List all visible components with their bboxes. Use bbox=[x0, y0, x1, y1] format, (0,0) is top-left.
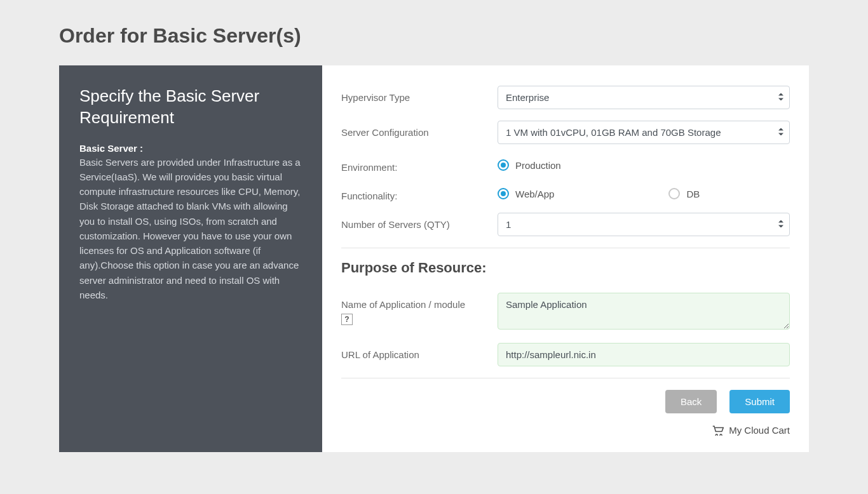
row-quantity: Number of Servers (QTY) 1 bbox=[341, 213, 790, 236]
server-config-select[interactable]: 1 VM with 01vCPU, 01GB RAM and 70GB Stor… bbox=[498, 121, 790, 144]
sidebar-subhead: Basic Server : bbox=[79, 143, 302, 154]
page-title: Order for Basic Server(s) bbox=[59, 24, 809, 48]
quantity-label: Number of Servers (QTY) bbox=[341, 213, 498, 230]
purpose-heading: Purpose of Resource: bbox=[341, 260, 790, 276]
sidebar-description: Basic Servers are provided under Infrast… bbox=[79, 155, 302, 303]
radio-label: DB bbox=[686, 189, 700, 199]
cart-icon bbox=[712, 425, 724, 436]
radio-webapp[interactable]: Web/App bbox=[498, 188, 554, 199]
back-button[interactable]: Back bbox=[665, 390, 717, 413]
quantity-select[interactable]: 1 bbox=[498, 213, 790, 236]
cart-label: My Cloud Cart bbox=[729, 425, 790, 436]
radio-checked-icon bbox=[498, 159, 509, 171]
action-bar: Back Submit bbox=[341, 390, 790, 413]
hypervisor-label: Hypervisor Type bbox=[341, 86, 498, 103]
radio-label: Web/App bbox=[515, 189, 554, 199]
order-panel: Specify the Basic Server Requirement Bas… bbox=[59, 65, 809, 452]
server-config-label: Server Configuration bbox=[341, 121, 498, 138]
row-app-name: Name of Application / module ? bbox=[341, 293, 790, 331]
functionality-label: Functionality: bbox=[341, 184, 498, 201]
radio-production[interactable]: Production bbox=[498, 159, 561, 171]
app-url-input[interactable] bbox=[498, 343, 790, 366]
row-app-url: URL of Application bbox=[341, 343, 790, 366]
divider bbox=[341, 248, 790, 248]
form-area: Hypervisor Type Enterprise Server Config… bbox=[322, 65, 809, 452]
row-hypervisor: Hypervisor Type Enterprise bbox=[341, 86, 790, 109]
radio-unchecked-icon bbox=[668, 188, 680, 199]
row-functionality: Functionality: Web/App DB bbox=[341, 184, 790, 201]
hypervisor-select[interactable]: Enterprise bbox=[498, 86, 790, 109]
app-name-input[interactable] bbox=[498, 293, 790, 330]
sidebar-heading: Specify the Basic Server Requirement bbox=[79, 86, 302, 129]
divider bbox=[341, 378, 790, 378]
environment-label: Environment: bbox=[341, 156, 498, 173]
app-url-label: URL of Application bbox=[341, 343, 498, 360]
radio-db[interactable]: DB bbox=[668, 188, 700, 199]
app-name-label: Name of Application / module ? bbox=[341, 293, 498, 325]
my-cloud-cart-link[interactable]: My Cloud Cart bbox=[341, 425, 790, 436]
row-server-config: Server Configuration 1 VM with 01vCPU, 0… bbox=[341, 121, 790, 144]
radio-checked-icon bbox=[498, 188, 509, 199]
sidebar: Specify the Basic Server Requirement Bas… bbox=[59, 65, 322, 452]
radio-label: Production bbox=[515, 160, 561, 171]
submit-button[interactable]: Submit bbox=[729, 390, 790, 413]
row-environment: Environment: Production bbox=[341, 156, 790, 173]
help-icon[interactable]: ? bbox=[341, 314, 353, 325]
